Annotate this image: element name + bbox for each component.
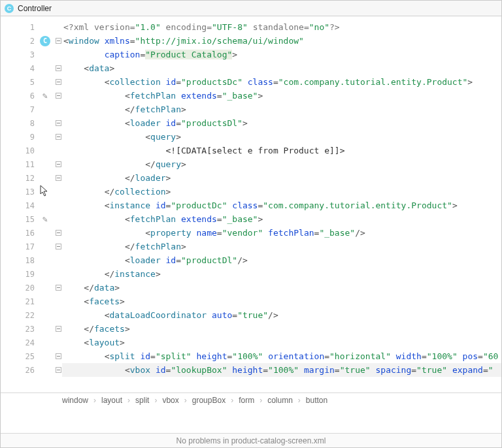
status-bar: No problems in product-catalog-screen.xm… — [1, 433, 501, 447]
controller-marker-icon[interactable]: C — [40, 36, 50, 46]
code-line[interactable]: <layout> — [62, 336, 501, 349]
code-line[interactable]: <?xml version="1.0" encoding="UTF-8" sta… — [62, 20, 501, 34]
line-number: 21 — [1, 295, 54, 308]
line-number: 9 — [1, 130, 54, 144]
controller-tab-icon: C — [5, 4, 14, 13]
line-number: 7 — [1, 103, 54, 116]
code-line[interactable]: <vbox id="lookupBox" height="100%" margi… — [62, 363, 501, 377]
breadcrumb-separator-icon: › — [259, 396, 262, 405]
code-line[interactable]: </instance> — [62, 267, 501, 281]
breadcrumb-separator-icon: › — [154, 396, 157, 405]
line-number: 25 — [1, 349, 54, 363]
status-text: No problems in product-catalog-screen.xm… — [176, 436, 326, 445]
code-line[interactable]: caption="Product Catalog"> — [62, 48, 501, 61]
code-line[interactable]: <split id="split" height="100%" orientat… — [62, 349, 501, 363]
line-number: 6✎ — [1, 89, 54, 103]
line-number-gutter: 12C3456✎789101112131415✎1617181920212223… — [1, 16, 54, 392]
breadcrumb-bar: window›layout›split›vbox›groupBox›form›c… — [1, 392, 501, 407]
tab-bar: C Controller — [1, 1, 501, 16]
line-number: 17 — [1, 240, 54, 253]
fold-toggle-icon[interactable] — [56, 134, 61, 140]
breadcrumb-item[interactable]: column — [267, 396, 293, 405]
code-content[interactable]: <?xml version="1.0" encoding="UTF-8" sta… — [62, 16, 501, 392]
line-number: 24 — [1, 336, 54, 349]
fold-toggle-icon[interactable] — [56, 285, 61, 291]
edit-marker-icon[interactable]: ✎ — [40, 214, 50, 225]
breadcrumb-separator-icon: › — [231, 396, 233, 405]
code-line[interactable]: </loader> — [62, 171, 501, 185]
code-editor[interactable]: 12C3456✎789101112131415✎1617181920212223… — [1, 16, 501, 392]
breadcrumb-item[interactable]: button — [306, 396, 327, 405]
breadcrumb-item[interactable]: window — [62, 396, 88, 405]
code-line[interactable]: <fetchPlan extends="_base"> — [62, 89, 501, 103]
line-number: 12 — [1, 171, 54, 185]
line-number: 22 — [1, 308, 54, 322]
code-line[interactable]: </fetchPlan> — [62, 103, 501, 116]
line-number: 15✎ — [1, 212, 54, 226]
line-number: 10 — [1, 144, 54, 157]
line-number: 19 — [1, 267, 54, 281]
code-line[interactable]: <loader id="productsDl"> — [62, 116, 501, 130]
line-number: 3 — [1, 48, 54, 61]
edit-marker-icon[interactable]: ✎ — [40, 91, 50, 101]
code-line[interactable]: <![CDATA[select e from Product e]]> — [62, 144, 501, 157]
breadcrumb-item[interactable]: vbox — [162, 396, 178, 405]
fold-toggle-icon[interactable] — [56, 93, 61, 99]
line-number: 23 — [1, 322, 54, 336]
code-line[interactable]: <dataLoadCoordinator auto="true"/> — [62, 308, 501, 322]
line-number: 26 — [1, 363, 54, 377]
code-line[interactable]: </fetchPlan> — [62, 240, 501, 253]
line-number: 2C — [1, 34, 54, 48]
fold-toggle-icon[interactable] — [56, 367, 61, 373]
code-line[interactable]: <query> — [62, 130, 501, 144]
fold-toggle-icon[interactable] — [56, 79, 61, 85]
line-number: 11 — [1, 157, 54, 171]
code-line[interactable]: <facets> — [62, 295, 501, 308]
breadcrumb-item[interactable]: layout — [101, 396, 122, 405]
fold-toggle-icon[interactable] — [56, 244, 61, 249]
code-line[interactable]: <loader id="productDl"/> — [62, 253, 501, 267]
code-line[interactable]: <property name="vendor" fetchPlan="_base… — [62, 226, 501, 240]
code-line[interactable]: <collection id="productsDc" class="com.c… — [62, 75, 501, 89]
fold-toggle-icon[interactable] — [56, 230, 61, 236]
fold-column[interactable] — [54, 16, 62, 392]
controller-tab-label[interactable]: Controller — [18, 4, 52, 13]
breadcrumb-item[interactable]: form — [239, 396, 254, 405]
fold-toggle-icon[interactable] — [56, 38, 61, 44]
code-line[interactable]: </query> — [62, 157, 501, 171]
code-line[interactable]: </collection> — [62, 185, 501, 199]
line-number: 8 — [1, 116, 54, 130]
code-line[interactable]: <data> — [62, 61, 501, 75]
fold-toggle-icon[interactable] — [56, 326, 61, 332]
fold-toggle-icon[interactable] — [56, 175, 61, 181]
line-number: 5 — [1, 75, 54, 89]
line-number: 20 — [1, 281, 54, 295]
fold-toggle-icon[interactable] — [56, 161, 61, 167]
code-line[interactable]: <fetchPlan extends="_base"> — [62, 212, 501, 226]
breadcrumb-item[interactable]: groupBox — [192, 396, 226, 405]
line-number: 1 — [1, 20, 54, 34]
code-line[interactable]: <instance id="productDc" class="com.comp… — [62, 199, 501, 212]
breadcrumb-separator-icon: › — [93, 396, 96, 405]
line-number: 14 — [1, 199, 54, 212]
line-number: 4 — [1, 61, 54, 75]
line-number: 13 — [1, 185, 54, 199]
code-line[interactable]: </facets> — [62, 322, 501, 336]
code-line[interactable]: </data> — [62, 281, 501, 295]
breadcrumb-separator-icon: › — [127, 396, 130, 405]
breadcrumb-separator-icon: › — [184, 396, 187, 405]
fold-toggle-icon[interactable] — [56, 120, 61, 126]
line-number: 16 — [1, 226, 54, 240]
fold-toggle-icon[interactable] — [56, 353, 61, 359]
breadcrumb-separator-icon: › — [298, 396, 301, 405]
line-number: 18 — [1, 253, 54, 267]
breadcrumb-item[interactable]: split — [135, 396, 149, 405]
code-line[interactable]: <window xmlns="http://jmix.io/schema/ui/… — [62, 34, 501, 48]
fold-toggle-icon[interactable] — [56, 65, 61, 71]
